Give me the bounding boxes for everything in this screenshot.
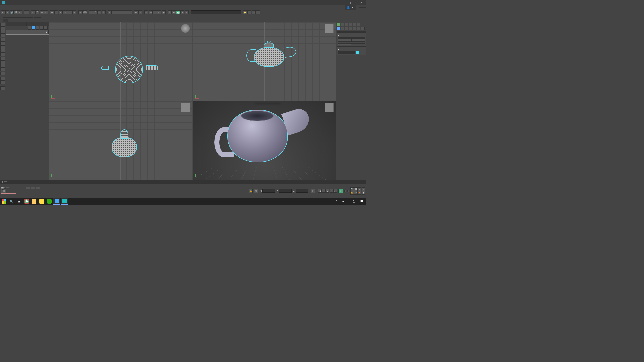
vp-pan[interactable]: ✋ — [350, 191, 354, 195]
viewport-left[interactable] — [49, 101, 192, 180]
x-input[interactable] — [262, 189, 275, 193]
tray-ime-icon[interactable]: 한 — [353, 200, 356, 203]
angle-snap-button[interactable]: ∠ — [93, 10, 97, 14]
vp-zoom-ext[interactable]: ⤢ — [362, 187, 365, 191]
left-tool-3[interactable] — [0, 34, 5, 37]
scene-item-teapot[interactable] — [6, 34, 49, 35]
next-frame[interactable]: ▸ — [330, 189, 333, 193]
curve-editor-button[interactable]: 〰 — [153, 10, 157, 14]
set-project-button[interactable]: 📁 — [243, 10, 247, 14]
viewcube-left[interactable] — [181, 103, 190, 112]
task-app-2[interactable] — [53, 198, 60, 205]
name-color-header[interactable]: ▸ — [338, 47, 365, 51]
left-tool-6[interactable] — [0, 45, 5, 49]
vp-fov[interactable]: ▱ — [358, 187, 361, 191]
schematic-view-button[interactable]: ⊡ — [157, 10, 161, 14]
scene-filter-button[interactable] — [32, 26, 35, 30]
prim-pyramid[interactable] — [351, 41, 365, 42]
maximize-button[interactable]: ▢ — [346, 0, 356, 5]
vp-orbit[interactable]: ⟳ — [354, 191, 358, 195]
viewcube-persp[interactable] — [325, 103, 334, 112]
menu-scripting[interactable] — [60, 7, 65, 8]
motion-tab-icon[interactable] — [349, 23, 352, 26]
object-type-header[interactable]: ▸ — [338, 33, 365, 37]
prim-box[interactable] — [338, 38, 351, 39]
polygon-modeling-tab[interactable] — [3, 19, 8, 22]
edit-selection-set-button[interactable]: ✎ — [108, 10, 112, 14]
prim-cone[interactable] — [351, 38, 365, 39]
pivot-button[interactable]: ⊕ — [72, 10, 76, 14]
vp-walk[interactable]: 🚶 — [358, 191, 361, 195]
manipulate-button[interactable]: ⊞ — [78, 10, 83, 14]
create-tab-icon[interactable] — [337, 23, 340, 26]
scene-column-header[interactable]: ▴ — [6, 30, 49, 34]
menu-content[interactable] — [70, 7, 75, 8]
scene-tb-btn-3[interactable] — [44, 26, 48, 30]
vp-max-toggle[interactable]: ▣ — [362, 191, 365, 195]
prim-sphere[interactable] — [338, 39, 351, 40]
add-time-tag-icon[interactable]: 🏷 — [311, 189, 315, 193]
render-button[interactable]: ☕ — [176, 10, 180, 14]
search-button[interactable]: 🔍 — [8, 198, 15, 205]
prim-textplus[interactable] — [338, 44, 351, 45]
left-tool-8[interactable] — [0, 53, 5, 56]
left-tool-1[interactable] — [0, 26, 5, 30]
scene-tb-btn-2[interactable] — [40, 26, 44, 30]
play[interactable]: ▶ — [326, 189, 329, 193]
menu-interactive[interactable] — [65, 7, 70, 8]
quad-context-menu[interactable] — [255, 103, 280, 103]
menu-modifiers[interactable] — [30, 7, 35, 8]
object-name-input[interactable] — [338, 51, 355, 54]
prim-tube[interactable] — [351, 40, 365, 41]
task-app-1[interactable] — [38, 198, 45, 205]
lights-icon[interactable] — [345, 27, 348, 30]
utilities-tab-icon[interactable] — [357, 23, 360, 26]
redo-button[interactable]: ↷ — [5, 10, 9, 14]
menu-tools[interactable] — [10, 7, 15, 8]
hierarchy-tab-icon[interactable] — [345, 23, 348, 26]
tb-extra-1[interactable]: ⬚ — [247, 10, 251, 14]
menu-graph-editors[interactable] — [40, 7, 45, 8]
viewcube-top[interactable] — [181, 24, 190, 33]
scale-button[interactable]: ⤢ — [59, 10, 63, 14]
time-ruler[interactable] — [0, 183, 366, 187]
setkey-button[interactable] — [344, 191, 346, 192]
geometry-icon[interactable] — [337, 27, 340, 30]
goto-start[interactable]: ⏮ — [318, 189, 322, 193]
task-3dsmax[interactable] — [61, 198, 68, 205]
undo-button[interactable]: ↶ — [1, 10, 5, 14]
teapot-top-wire[interactable] — [106, 52, 151, 87]
prev-frame[interactable]: ◂ — [322, 189, 326, 193]
menu-create[interactable] — [25, 7, 30, 8]
key-target-dd[interactable] — [347, 190, 349, 191]
link-button[interactable]: 🔗 — [10, 10, 14, 14]
tray-notification-icon[interactable]: 💬 — [360, 200, 364, 203]
y-input[interactable] — [279, 189, 292, 193]
modify-tab-icon[interactable] — [341, 23, 344, 26]
key-mode-icon[interactable]: ⊕ — [338, 189, 343, 193]
render-a360-button[interactable]: ☁ — [180, 10, 184, 14]
scene-tab-display[interactable] — [11, 22, 16, 26]
ribbon-selection[interactable] — [18, 17, 26, 18]
prim-cylinder[interactable] — [338, 40, 351, 41]
bind-button[interactable]: ⊙ — [18, 10, 22, 14]
vp-zoom[interactable]: 🔍 — [350, 187, 354, 191]
rotate-button[interactable]: ⟲ — [54, 10, 58, 14]
render-setup-button[interactable]: ⚙ — [168, 10, 172, 14]
primitive-category-dd[interactable] — [337, 31, 366, 32]
menu-edit[interactable] — [5, 7, 10, 8]
left-tool-9[interactable] — [0, 57, 5, 60]
keyboard-button[interactable]: ⌨ — [83, 10, 87, 14]
time-slider[interactable]: ◂ ▸ — [0, 180, 366, 183]
window-crossing-button[interactable]: ◫ — [44, 10, 48, 14]
left-tool-2[interactable] — [0, 30, 5, 34]
tb-extra-2[interactable]: ⬚ — [252, 10, 256, 14]
z-input[interactable] — [296, 189, 308, 193]
menu-views[interactable] — [20, 7, 25, 8]
prim-plane[interactable] — [351, 43, 365, 44]
left-tool-10[interactable] — [0, 60, 5, 64]
prim-teapot[interactable] — [338, 43, 351, 44]
left-tool-15[interactable] — [0, 81, 5, 84]
systems-icon[interactable] — [361, 27, 365, 30]
spinner-snap-button[interactable]: ⇅ — [102, 10, 106, 14]
